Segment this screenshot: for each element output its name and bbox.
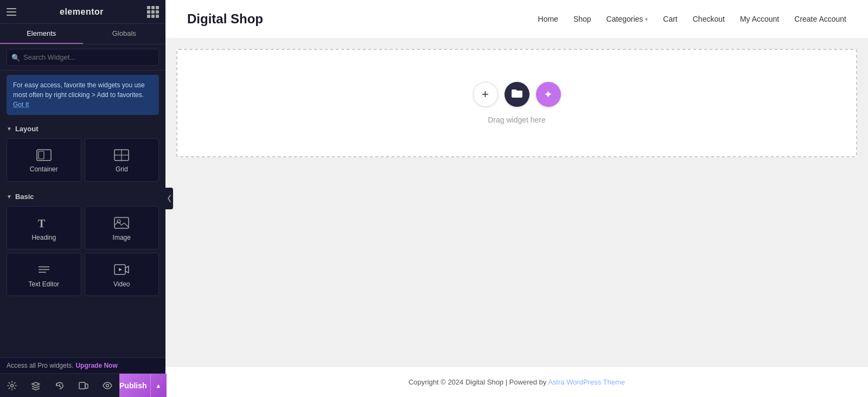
bottom-toolbar: Publish ▲ (0, 373, 165, 397)
nav-my-account[interactable]: My Account (740, 15, 779, 23)
categories-dropdown-arrow: ▾ (645, 16, 648, 22)
main-area: Digital Shop Home Shop Categories ▾ Cart… (165, 0, 868, 397)
section-layout-header[interactable]: ▼ Layout (0, 119, 165, 136)
container-label: Container (30, 165, 58, 173)
svg-rect-16 (79, 382, 85, 389)
publish-expand-arrow[interactable]: ▲ (150, 374, 167, 398)
nav-create-account[interactable]: Create Account (794, 15, 846, 23)
magic-button[interactable]: ✦ (536, 82, 561, 107)
search-input[interactable] (7, 49, 159, 66)
svg-point-13 (11, 384, 14, 387)
svg-line-15 (60, 386, 61, 387)
magic-icon: ✦ (544, 88, 553, 101)
search-icon: 🔍 (11, 53, 20, 61)
collapse-panel-handle[interactable] (165, 188, 173, 209)
publish-button[interactable]: Publish ▲ (119, 374, 167, 398)
widget-grid[interactable]: Grid (85, 138, 159, 182)
basic-arrow-icon: ▼ (7, 194, 12, 200)
panel-tabs: Elements Globals (0, 24, 165, 44)
drop-zone-actions: + ✦ (473, 82, 561, 107)
widget-text-editor[interactable]: Text Editor (7, 253, 81, 296)
container-icon (36, 149, 52, 161)
footer-theme-link[interactable]: Astra WordPress Theme (548, 378, 625, 386)
layout-section-label: Layout (15, 125, 39, 133)
grid-label: Grid (116, 165, 128, 173)
search-box: 🔍 (0, 44, 165, 71)
video-icon (114, 263, 129, 276)
svg-point-18 (106, 384, 109, 387)
toolbar-icons-group (0, 374, 119, 398)
footer-text: Copyright © 2024 Digital Shop | Powered … (409, 378, 548, 386)
drop-hint: Drag widget here (488, 116, 546, 124)
svg-rect-17 (85, 384, 88, 388)
layout-arrow-icon: ▼ (7, 126, 12, 132)
hamburger-menu[interactable] (7, 8, 16, 16)
nav-checkout[interactable]: Checkout (693, 15, 725, 23)
heading-icon: T (37, 216, 51, 229)
grid-widget-icon (114, 149, 129, 161)
info-box: For easy access, favorite the widgets yo… (7, 75, 159, 115)
nav-cart[interactable]: Cart (663, 15, 677, 23)
nav-menu: Home Shop Categories ▾ Cart Checkout My … (538, 15, 846, 23)
pro-upgrade-bar: Access all Pro widgets. Upgrade Now (0, 357, 165, 373)
svg-text:T: T (38, 217, 46, 229)
canvas-empty-area (176, 163, 857, 325)
top-bar: elementor (0, 0, 165, 24)
nav-home[interactable]: Home (538, 15, 558, 23)
info-message: For easy access, favorite the widgets yo… (13, 81, 145, 99)
preview-header: Digital Shop Home Shop Categories ▾ Cart… (165, 0, 868, 38)
template-button[interactable] (505, 82, 529, 107)
elementor-logo: elementor (60, 7, 104, 17)
apps-grid-icon[interactable] (147, 6, 159, 18)
got-it-link[interactable]: Got It (13, 101, 29, 108)
video-label: Video (113, 280, 130, 288)
preview-footer: Copyright © 2024 Digital Shop | Powered … (165, 367, 868, 397)
basic-widgets-grid: T Heading Image (0, 204, 165, 302)
history-icon[interactable] (48, 374, 72, 398)
widget-image[interactable]: Image (85, 206, 159, 249)
image-icon (114, 216, 129, 229)
text-editor-label: Text Editor (28, 280, 59, 288)
panel-content: ▼ Layout Container (0, 119, 165, 397)
tab-elements[interactable]: Elements (0, 24, 83, 44)
add-icon: + (482, 87, 489, 101)
widget-container[interactable]: Container (7, 138, 81, 182)
add-widget-button[interactable]: + (473, 82, 498, 107)
settings-icon[interactable] (0, 374, 24, 398)
tab-globals[interactable]: Globals (83, 24, 166, 44)
heading-label: Heading (31, 234, 56, 241)
eye-icon[interactable] (95, 374, 119, 398)
publish-label: Publish (119, 381, 147, 390)
responsive-icon[interactable] (72, 374, 95, 398)
svg-rect-1 (39, 151, 44, 159)
left-panel: elementor Elements Globals 🔍 For easy ac… (0, 0, 165, 397)
layers-icon[interactable] (24, 374, 48, 398)
canvas-area: + ✦ Drag widget here (165, 38, 868, 367)
section-basic-header[interactable]: ▼ Basic (0, 187, 165, 204)
drop-zone[interactable]: + ✦ Drag widget here (176, 49, 857, 157)
nav-shop[interactable]: Shop (573, 15, 591, 23)
site-title: Digital Shop (187, 11, 263, 27)
svg-marker-12 (119, 268, 122, 271)
widget-heading[interactable]: T Heading (7, 206, 81, 249)
text-editor-icon (36, 263, 52, 276)
pro-message: Access all Pro widgets. (7, 362, 73, 369)
nav-categories[interactable]: Categories ▾ (607, 15, 648, 23)
upgrade-link[interactable]: Upgrade Now (75, 362, 117, 369)
basic-section-label: Basic (15, 193, 34, 201)
image-label: Image (113, 234, 131, 241)
layout-widgets-grid: Container Grid (0, 136, 165, 187)
widget-video[interactable]: Video (85, 253, 159, 296)
folder-icon (511, 88, 523, 101)
